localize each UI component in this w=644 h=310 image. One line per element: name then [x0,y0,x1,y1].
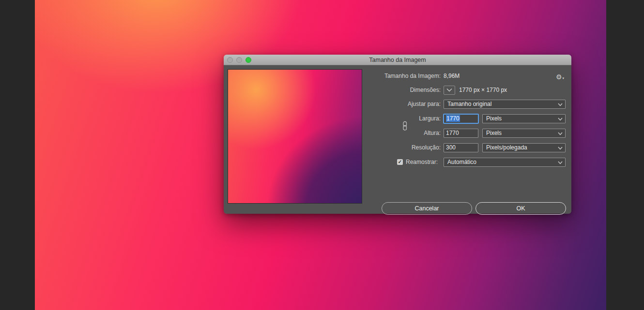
image-size-value: 8,96M [444,73,460,79]
width-row: Largura: 1770 Pixels [369,114,566,123]
ok-button[interactable]: OK [475,202,566,215]
fit-to-selected-value: Tamanho original [447,101,491,107]
width-unit-selected-value: Pixels [486,115,502,122]
width-input[interactable]: 1770 [444,114,478,123]
fit-to-row: Ajustar para: Tamanho original [369,99,566,109]
resample-selected-value: Automático [447,159,476,165]
height-unit-selected-value: Pixels [486,130,502,136]
cancel-button[interactable]: Cancelar [382,202,472,215]
resolution-unit-select[interactable]: Pixels/polegada [482,143,566,152]
chevron-down-icon [558,161,563,164]
resolution-input[interactable] [444,143,478,152]
dimensions-unit-dropdown-button[interactable] [444,86,455,95]
height-label: Altura: [369,130,441,136]
height-unit-select[interactable]: Pixels [482,129,566,138]
fit-to-select[interactable]: Tamanho original [444,100,566,109]
chevron-down-icon [558,132,563,135]
image-size-label: Tamanho da Imagem: [369,73,441,79]
resolution-row: Resolução: Pixels/polegada [369,143,566,152]
dimensions-label: Dimensões: [369,87,441,93]
width-unit-select[interactable]: Pixels [482,114,566,123]
fit-to-label: Ajustar para: [369,101,441,107]
resample-checkbox[interactable]: ✓ [397,159,403,165]
image-preview[interactable] [228,69,362,204]
resolution-label: Resolução: [369,144,441,151]
image-size-dialog: Tamanho da Imagem ⚙ ▾ Tamanho da Imagem:… [224,55,571,214]
constrain-proportions-link-icon[interactable] [402,121,408,131]
dimensions-row: Dimensões: 1770 px × 1770 px [369,85,566,95]
traffic-lights [227,57,251,63]
dialog-body: ⚙ ▾ Tamanho da Imagem: 8,96M Dimensões: … [224,65,571,214]
zoom-window-button[interactable] [245,57,251,63]
resample-label: Reamostrar: [406,159,438,165]
resample-select[interactable]: Automático [444,158,566,167]
dialog-titlebar[interactable]: Tamanho da Imagem [224,55,571,65]
image-size-row: Tamanho da Imagem: 8,96M [369,71,566,81]
chevron-down-icon [558,147,563,150]
chevron-down-icon [558,118,563,121]
resample-row: ✓ Reamostrar: Automático [369,157,566,167]
dimensions-value: 1770 px × 1770 px [459,87,507,93]
width-input-selected-text: 1770 [446,115,460,122]
dialog-title: Tamanho da Imagem [369,57,426,63]
checkmark-icon: ✓ [398,159,402,165]
resolution-unit-selected-value: Pixels/polegada [486,144,527,151]
chevron-down-icon [446,88,452,92]
photoshop-workspace: Tamanho da Imagem ⚙ ▾ Tamanho da Imagem:… [0,0,644,310]
minimize-window-button[interactable] [236,57,242,63]
chevron-down-icon [558,103,563,106]
height-input[interactable] [444,129,478,138]
height-row: Altura: Pixels [369,128,566,138]
close-window-button[interactable] [227,57,233,63]
